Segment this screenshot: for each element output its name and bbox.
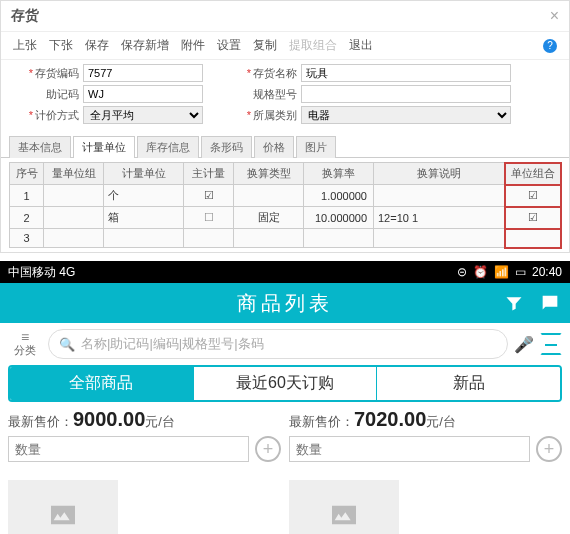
search-icon: 🔍 (59, 337, 75, 352)
tab-uom[interactable]: 计量单位 (73, 136, 135, 158)
tab-price[interactable]: 价格 (254, 136, 294, 158)
tab-basic[interactable]: 基本信息 (9, 136, 71, 158)
col-combo: 单位组合 (505, 163, 561, 185)
dialog-title: 存货 (11, 7, 39, 25)
alarm-icon: ⏰ (473, 265, 488, 279)
save-button[interactable]: 保存 (85, 37, 109, 54)
table-row[interactable]: 3 (10, 229, 561, 248)
help-icon[interactable]: ? (543, 39, 557, 53)
col-seq: 序号 (10, 163, 44, 185)
table-row[interactable]: 1个1.000000 (10, 185, 561, 207)
dialog-header: 存货 × (1, 1, 569, 32)
prev-button[interactable]: 上张 (13, 37, 37, 54)
code-label: 存货编码 (11, 66, 83, 81)
spec-input[interactable] (301, 85, 511, 103)
valuation-label: 计价方式 (11, 108, 83, 123)
do-not-disturb-icon: ⊝ (457, 265, 467, 279)
mnemonic-label: 助记码 (11, 87, 83, 102)
name-input[interactable] (301, 64, 511, 82)
subtabs: 基本信息 计量单位 库存信息 条形码 价格 图片 (1, 135, 569, 158)
uom-grid: 序号 量单位组 计量单位 主计量 换算类型 换算率 换算说明 单位组合 1个1.… (9, 162, 561, 248)
category-label: 所属类别 (233, 108, 301, 123)
product-image (289, 480, 399, 534)
seg-recent[interactable]: 最近60天订购 (194, 367, 378, 400)
valuation-select[interactable]: 全月平均 (83, 106, 203, 124)
next-button[interactable]: 下张 (49, 37, 73, 54)
close-icon[interactable]: × (550, 7, 559, 25)
col-desc: 换算说明 (374, 163, 505, 185)
col-convtype: 换算类型 (234, 163, 304, 185)
col-group: 量单位组 (44, 163, 104, 185)
category-button[interactable]: ≡ 分类 (8, 331, 42, 358)
copy-button[interactable]: 复制 (253, 37, 277, 54)
tab-stock[interactable]: 库存信息 (137, 136, 199, 158)
code-input[interactable] (83, 64, 203, 82)
save-new-button[interactable]: 保存新增 (121, 37, 169, 54)
status-bar: 中国移动 4G ⊝ ⏰ 📶 ▭ 20:40 (0, 261, 570, 283)
attach-button[interactable]: 附件 (181, 37, 205, 54)
qty-input[interactable] (8, 436, 249, 462)
spec-label: 规格型号 (233, 87, 301, 102)
extract-button: 提取组合 (289, 37, 337, 54)
col-uom: 计量单位 (104, 163, 184, 185)
category-select[interactable]: 电器 (301, 106, 511, 124)
mobile-header: 商品列表 (0, 283, 570, 323)
tab-image[interactable]: 图片 (296, 136, 336, 158)
seg-all[interactable]: 全部商品 (10, 367, 194, 400)
filter-icon[interactable] (502, 291, 526, 315)
qty-input[interactable] (289, 436, 530, 462)
menu-icon: ≡ (21, 331, 29, 343)
seg-new[interactable]: 新品 (377, 367, 560, 400)
wifi-icon: 📶 (494, 265, 509, 279)
message-icon[interactable] (538, 291, 562, 315)
carrier-label: 中国移动 4G (8, 264, 75, 281)
plus-icon[interactable]: + (255, 436, 281, 462)
product-image (8, 480, 118, 534)
product-card: 最新售价：9000.00元/台+ (8, 406, 281, 462)
page-title: 商品列表 (237, 290, 333, 317)
battery-icon: ▭ (515, 265, 526, 279)
exit-button[interactable]: 退出 (349, 37, 373, 54)
name-label: 存货名称 (233, 66, 301, 81)
form-area: 存货编码 存货名称 助记码 规格型号 计价方式 全月平均 所属类别 电器 (1, 60, 569, 131)
product-card: 最新售价：7020.00元/台+ (289, 406, 562, 462)
settings-button[interactable]: 设置 (217, 37, 241, 54)
search-row: ≡ 分类 🔍 名称|助记码|编码|规格型号|条码 🎤 (0, 323, 570, 365)
col-main: 主计量 (184, 163, 234, 185)
tab-barcode[interactable]: 条形码 (201, 136, 252, 158)
search-input[interactable]: 🔍 名称|助记码|编码|规格型号|条码 (48, 329, 508, 359)
mic-icon[interactable]: 🎤 (514, 335, 534, 354)
mnemonic-input[interactable] (83, 85, 203, 103)
toolbar: 上张 下张 保存 保存新增 附件 设置 复制 提取组合 退出 ? (1, 32, 569, 60)
col-rate: 换算率 (304, 163, 374, 185)
product-card: 显示器可用量：8台最新售价：3000.00元/台+ (8, 466, 281, 534)
clock-label: 20:40 (532, 265, 562, 279)
search-placeholder: 名称|助记码|编码|规格型号|条码 (81, 335, 264, 353)
scan-icon[interactable] (540, 333, 562, 355)
product-card: 玩具可用量：10箱最新售价：元/个+ (289, 466, 562, 534)
inventory-dialog: 存货 × 上张 下张 保存 保存新增 附件 设置 复制 提取组合 退出 ? 存货… (0, 0, 570, 253)
mobile-screen: 中国移动 4G ⊝ ⏰ 📶 ▭ 20:40 商品列表 ≡ 分类 🔍 名称|助记码… (0, 261, 570, 534)
plus-icon[interactable]: + (536, 436, 562, 462)
table-row[interactable]: 2箱固定10.00000012=10 1 (10, 207, 561, 229)
segment-control: 全部商品 最近60天订购 新品 (8, 365, 562, 402)
